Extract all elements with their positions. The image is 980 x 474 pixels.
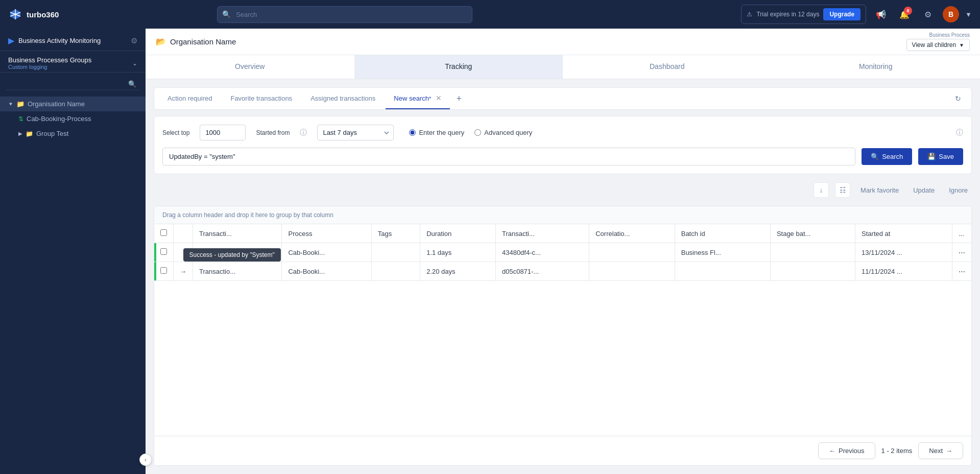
sidebar-expand-icon[interactable]: ⌄ [132, 60, 137, 67]
th-batch-id[interactable]: Batch id [675, 224, 770, 243]
update-button[interactable]: Update [909, 184, 939, 196]
group-test-label: Group Test [36, 130, 68, 137]
query-row2: 🔍 Search 💾 Save [162, 148, 963, 165]
table-row: → Transactio... Cab-Booki... 2.20 days d… [154, 262, 971, 281]
search-icon: 🔍 [871, 153, 879, 160]
tab-assigned[interactable]: Assigned transactions [302, 88, 384, 109]
sidebar-item-group-test[interactable]: ▶ 📁 Group Test [0, 126, 146, 141]
sidebar-section-header: Business Processes Groups Custom logging… [0, 51, 146, 73]
sidebar-search-wrap: 🔍 [0, 73, 146, 94]
row-action-cell[interactable]: → [174, 262, 193, 281]
settings-button[interactable]: ⚙ [919, 6, 937, 23]
th-transaction-id[interactable]: Transacti... [495, 224, 589, 243]
tab-overview[interactable]: Overview [146, 55, 354, 79]
row-started-at: 13/11/2024 ... [855, 243, 952, 262]
query-info-icon[interactable]: ⓘ [956, 128, 963, 137]
close-tab-icon[interactable]: ✕ [436, 94, 442, 102]
tab-tracking[interactable]: Tracking [354, 55, 563, 79]
main-content: 📂 Organisation Name Business Process Vie… [146, 29, 980, 474]
activity-icon: ▶ [8, 36, 14, 45]
status-indicator [154, 262, 156, 280]
sidebar: ▶ Business Activity Monitoring ⚙ Busines… [0, 29, 146, 474]
global-search: 🔍 [217, 6, 472, 23]
next-button[interactable]: Next → [918, 442, 963, 459]
tab-monitoring[interactable]: Monitoring [772, 55, 981, 79]
enter-query-radio[interactable]: Enter the query [409, 129, 464, 136]
search-button[interactable]: 🔍 Search [862, 148, 912, 165]
tab-dashboard[interactable]: Dashboard [563, 55, 772, 79]
row-duration: 2.20 days [420, 262, 496, 281]
chevron-down-icon[interactable]: ▼ [965, 11, 972, 18]
th-checkbox [154, 224, 174, 243]
row-more-button[interactable]: ⋯ [952, 243, 972, 262]
sidebar-title-group: Business Activity Monitoring [18, 37, 101, 44]
query-text-input[interactable] [162, 148, 855, 165]
th-duration[interactable]: Duration [420, 224, 496, 243]
select-all-checkbox[interactable] [160, 229, 167, 236]
select-top-input[interactable] [200, 125, 246, 140]
select-top-label: Select top [162, 129, 189, 136]
tab-action-required[interactable]: Action required [159, 88, 220, 109]
page-info: 1 - 2 items [881, 447, 913, 455]
data-table: Transacti... Process Tags Duration Trans… [154, 224, 971, 281]
org-name-header: 📂 Organisation Name [156, 37, 236, 46]
ignore-button[interactable]: Ignore [945, 184, 972, 196]
tab-new-search[interactable]: New search* ✕ [386, 88, 450, 109]
download-button[interactable]: ↓ [814, 182, 829, 198]
th-process[interactable]: Process [282, 224, 371, 243]
previous-button[interactable]: ← Previous [818, 442, 875, 459]
advanced-query-radio[interactable]: Advanced query [474, 129, 532, 136]
status-indicator [154, 243, 156, 262]
row-checkbox[interactable] [160, 248, 167, 255]
row-checkbox-cell [154, 243, 174, 262]
row-transaction-id: 43480df4-c... [495, 243, 589, 262]
notifications-button[interactable]: 🔔 8 [896, 6, 913, 23]
th-started-at[interactable]: Started at [855, 224, 952, 243]
trial-text: Trial expires in 12 days [756, 11, 819, 18]
navbar: turbo360 🔍 ⚠ Trial expires in 12 days Up… [0, 0, 980, 29]
sidebar-item-cab-booking[interactable]: ⇅ Cab-Booking-Process [0, 111, 146, 126]
row-batch-id: Business Fl... [675, 243, 770, 262]
row-checkbox[interactable] [160, 267, 167, 274]
arrow-right-icon: → [946, 447, 952, 455]
row-action-cell[interactable]: Success - updated by "System" [174, 243, 193, 262]
table-body: Success - updated by "System" Transactio… [154, 243, 971, 281]
upgrade-button[interactable]: Upgrade [823, 8, 861, 20]
table-controls: ↓ ☷ Mark favorite Update Ignore [154, 180, 972, 200]
th-correlation[interactable]: Correlatio... [589, 224, 675, 243]
sidebar-collapse-button[interactable]: ‹ [139, 454, 152, 466]
th-stage-batch[interactable]: Stage bat... [770, 224, 855, 243]
new-search-label: New search [394, 94, 429, 102]
row-more-button[interactable]: ⋯ [952, 262, 972, 281]
announcements-button[interactable]: 📢 [872, 6, 890, 23]
avatar[interactable]: B [943, 6, 959, 22]
sidebar-search-input[interactable] [6, 77, 139, 90]
mark-favorite-button[interactable]: Mark favorite [856, 184, 903, 196]
refresh-button[interactable]: ↻ [950, 90, 966, 107]
app-name: turbo360 [27, 10, 59, 19]
query-type-radio-group: Enter the query Advanced query [409, 129, 532, 136]
columns-button[interactable]: ☷ [835, 182, 850, 198]
megaphone-icon: 📢 [876, 10, 886, 19]
folder-icon: 📁 [26, 130, 33, 137]
tab-favorite[interactable]: Favorite transactions [222, 88, 300, 109]
info-icon[interactable]: ⓘ [300, 128, 307, 137]
arrow-left-icon: ← [829, 447, 835, 455]
search-input[interactable] [217, 6, 472, 23]
started-from-select[interactable]: Last 7 days Last 30 days Last 90 days Cu… [317, 125, 394, 140]
pagination-bar: ← Previous 1 - 2 items Next → [154, 436, 971, 465]
th-transaction[interactable]: Transacti... [193, 224, 282, 243]
table-scroll[interactable]: Transacti... Process Tags Duration Trans… [154, 224, 971, 436]
app-logo[interactable]: turbo360 [8, 7, 80, 21]
org-name-label: Organisation Name [28, 100, 85, 108]
row-duration: 1.1 days [420, 243, 496, 262]
row-process: Cab-Booki... [282, 243, 371, 262]
warning-icon: ⚠ [747, 11, 752, 18]
bp-dropdown[interactable]: View all children ▼ [906, 39, 970, 51]
sidebar-settings-icon[interactable]: ⚙ [131, 36, 137, 45]
sidebar-item-org[interactable]: ▼ 📁 Organisation Name [0, 97, 146, 111]
save-button[interactable]: 💾 Save [918, 148, 963, 165]
add-tab-button[interactable]: + [452, 91, 466, 106]
th-tags[interactable]: Tags [371, 224, 420, 243]
drag-hint: Drag a column header and drop it here to… [154, 206, 971, 224]
